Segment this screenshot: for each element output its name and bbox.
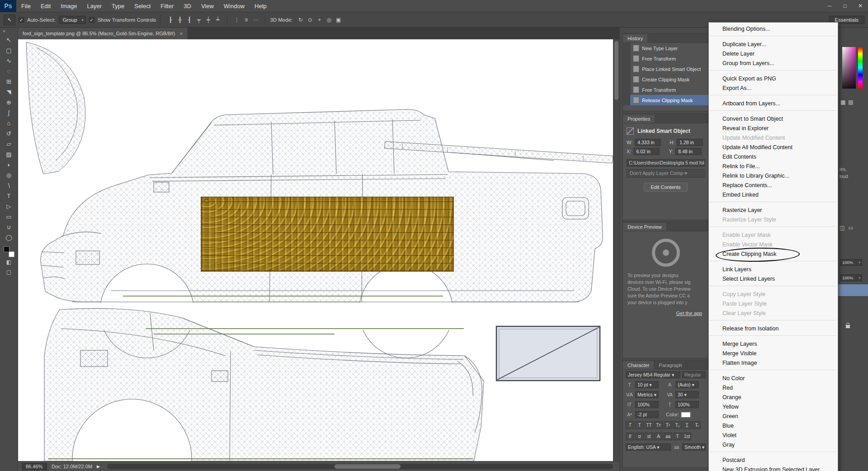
context-menu-item[interactable]: Edit Contents (709, 152, 838, 162)
history-step[interactable]: Free Transform (623, 85, 708, 95)
maximize-button[interactable]: □ (837, 0, 853, 12)
context-menu-item[interactable]: Select Linked Layers (709, 274, 838, 284)
context-menu-item[interactable]: Flatten Image (709, 358, 838, 368)
tab-character[interactable]: Character (623, 361, 654, 369)
context-menu-item[interactable]: No Color (709, 374, 838, 383)
menubar-item[interactable]: Image (56, 0, 82, 12)
context-menu-item[interactable]: Enable Vector Mask (709, 240, 838, 250)
tab-history[interactable]: History (623, 34, 648, 42)
tab-paragraph[interactable]: Paragraph (654, 361, 687, 369)
font-size-field[interactable]: 10 pt ▾ (635, 381, 659, 388)
hue-slider[interactable] (858, 47, 863, 89)
context-menu-item[interactable]: Export As... (709, 84, 838, 93)
text-color-swatch[interactable] (681, 412, 691, 418)
3d-drag-icon[interactable]: + (315, 15, 324, 24)
menubar-item[interactable]: Help (250, 0, 272, 12)
3d-scale-icon[interactable]: ▣ (334, 15, 343, 24)
context-menu-item[interactable]: Merge Layers (709, 339, 838, 349)
opentype-feature-button[interactable]: fi (626, 433, 634, 440)
selected-layer-row-fragment[interactable] (838, 284, 868, 296)
leading-field[interactable]: (Auto) ▾ (675, 381, 699, 388)
context-menu-item[interactable]: Paste Layer Style (709, 299, 838, 309)
crop-tool[interactable]: ⊞ (3, 76, 15, 87)
close-button[interactable]: ✕ (853, 0, 868, 12)
foreground-color-swatch[interactable] (4, 246, 9, 252)
align-vertical-centers-icon[interactable]: ┿ (203, 15, 213, 24)
context-menu-item[interactable]: Embed Linked (709, 190, 838, 200)
document-tab[interactable]: ford_sign_template.png @ 86.5% (Macro_Go… (18, 28, 188, 39)
3d-rotate-icon[interactable]: ↻ (296, 15, 305, 24)
edit-contents-button[interactable]: Edit Contents (644, 183, 687, 192)
tab-device-preview[interactable]: Device Preview (623, 223, 667, 231)
align-right-edges-icon[interactable]: ┨ (184, 15, 194, 24)
context-menu-item[interactable] (709, 370, 838, 374)
text-style-button[interactable]: T¹ (664, 421, 672, 429)
pen-tool[interactable]: ∖ (3, 180, 15, 191)
context-menu-item[interactable]: Green (709, 412, 838, 421)
x-field[interactable]: 6.02 in (633, 148, 660, 155)
language-dropdown[interactable]: English: USA ▾ (626, 443, 671, 451)
context-menu-item[interactable] (709, 452, 838, 456)
context-menu-item[interactable]: Create Clipping Mask (709, 250, 838, 259)
quick-selection-tool[interactable]: ◌ (3, 66, 15, 76)
layer-kind-icon[interactable]: ▭ (848, 225, 853, 231)
width-field[interactable]: 4.333 in (635, 139, 661, 146)
baseline-shift-field[interactable]: -2 pt (635, 411, 659, 418)
context-menu-item[interactable]: Delete Layer (709, 49, 838, 59)
context-menu-item[interactable]: Artboard from Layers... (709, 99, 838, 108)
fill-field[interactable]: 100% ▾ (840, 274, 862, 281)
context-menu-item[interactable]: Copy Layer Style (709, 290, 838, 299)
context-menu-item[interactable]: Replace Contents... (709, 181, 838, 190)
context-menu-item[interactable] (709, 320, 838, 324)
text-style-button[interactable]: TT (645, 421, 653, 429)
libraries-grid-icon[interactable]: ▤ (848, 99, 853, 105)
distribute-vertical-icon[interactable]: ⋮ (232, 15, 241, 24)
eyedropper-tool[interactable]: ◥ (3, 87, 15, 97)
blur-tool[interactable]: ◗ (3, 160, 15, 170)
layer-comp-dropdown[interactable]: Don't Apply Layer Comp ▾ (627, 169, 705, 178)
auto-select-checkbox[interactable]: ✓ (19, 17, 24, 23)
vertical-scrollbar-thumb[interactable] (614, 41, 618, 100)
align-horizontal-centers-icon[interactable]: ╂ (175, 15, 184, 24)
context-menu-item[interactable]: Convert to Smart Object (709, 114, 838, 124)
context-menu-item[interactable]: Reveal in Explorer (709, 124, 838, 133)
opentype-feature-button[interactable]: T (673, 433, 682, 440)
type-tool[interactable]: T (3, 191, 15, 201)
tab-properties[interactable]: Properties (623, 115, 655, 123)
menubar-item[interactable]: Layer (82, 0, 107, 12)
menubar-item[interactable]: 3D (179, 0, 196, 12)
opentype-feature-button[interactable]: σ (635, 433, 644, 440)
horizontal-scrollbar-thumb[interactable] (335, 464, 400, 469)
opentype-feature-button[interactable]: A (654, 433, 663, 440)
history-brush-tool[interactable]: ↺ (3, 128, 15, 139)
history-source-toggle[interactable] (623, 74, 630, 85)
context-menu-item[interactable]: Update All Modified Content (709, 143, 838, 152)
history-step[interactable]: New Type Layer (623, 43, 708, 53)
context-menu-item[interactable] (709, 286, 838, 290)
text-style-button[interactable]: T₁ (673, 421, 682, 429)
context-menu-item[interactable] (709, 335, 838, 339)
opacity-field[interactable]: 100% ▾ (840, 259, 862, 266)
clone-stamp-tool[interactable]: ⌂ (3, 118, 15, 128)
shape-tool[interactable]: ▭ (3, 212, 15, 222)
context-menu-item[interactable]: Relink to Library Graphic... (709, 171, 838, 181)
context-menu-item[interactable]: Red (709, 383, 838, 393)
status-flyout-arrow[interactable]: ▶ (97, 464, 100, 469)
horizontal-scrollbar[interactable] (107, 464, 613, 469)
history-source-toggle[interactable] (623, 53, 630, 64)
context-menu-item[interactable]: Orange (709, 393, 838, 402)
close-icon[interactable]: × (179, 30, 183, 37)
minimize-button[interactable]: ─ (822, 0, 837, 12)
distribute-spacing-icon[interactable]: ⋯ (251, 15, 260, 24)
auto-select-mode-dropdown[interactable]: Group ▾ (59, 16, 86, 24)
history-source-toggle[interactable] (623, 64, 630, 74)
text-style-button[interactable]: T̶ (692, 421, 701, 429)
path-selection-tool[interactable]: ▷ (3, 201, 15, 212)
y-field[interactable]: 8.48 in (675, 148, 702, 155)
marquee-tool[interactable]: ▢ (3, 45, 15, 56)
font-family-dropdown[interactable]: Jersey M54 Regular ▾ (626, 371, 680, 378)
collapse-panel-icon[interactable]: » (0, 28, 5, 35)
quick-mask-icon[interactable]: ◧ (3, 257, 15, 267)
3d-slide-icon[interactable]: ◎ (324, 15, 334, 24)
context-menu-item[interactable]: Gray (709, 440, 838, 450)
